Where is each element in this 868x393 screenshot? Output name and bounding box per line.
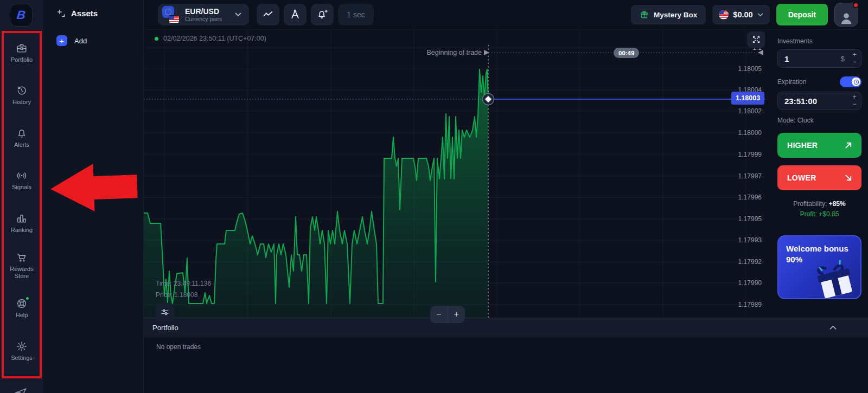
zoom-controls: − + xyxy=(430,306,465,323)
sidebar-item-rewards-store[interactable]: Rewards Store xyxy=(0,252,43,280)
price-tick: 1.18002 xyxy=(738,107,762,115)
price-tick: 1.17997 xyxy=(738,172,762,180)
notification-dot xyxy=(853,2,859,8)
chart-datetime: 02/02/2026 23:50:11 (UTC+07:00) xyxy=(163,35,266,42)
countdown-badge: 00:49 xyxy=(614,48,639,58)
app-logo-letter: B xyxy=(16,8,27,22)
balance-selector[interactable]: $0.00 xyxy=(712,5,769,24)
investment-value: 1 xyxy=(778,54,841,63)
investment-stepper: + − xyxy=(848,51,861,66)
profitability-value: +85% xyxy=(829,200,846,208)
decrease-expiration-button[interactable]: − xyxy=(848,101,861,108)
sidebar-item-portfolio[interactable]: Portfolio xyxy=(0,42,43,63)
us-flag-icon xyxy=(719,10,729,20)
plus-icon: + xyxy=(56,35,67,46)
lower-button[interactable]: LOWER xyxy=(777,165,861,190)
zoom-out-button[interactable]: − xyxy=(430,306,448,323)
trade-panel: Investments 1 $ + − Expiration xyxy=(765,30,868,347)
app-logo[interactable]: B xyxy=(10,4,33,27)
profitability-row: Profitability: +85% xyxy=(777,200,861,208)
bonus-title: Welcome bonus xyxy=(786,243,853,254)
deposit-button[interactable]: Deposit xyxy=(776,4,828,25)
play-marker-icon xyxy=(484,50,489,55)
welcome-bonus-banner[interactable]: Welcome bonus 90% xyxy=(777,235,861,299)
price-tick: 1.17995 xyxy=(738,215,762,223)
expiration-label: Expiration xyxy=(777,78,806,86)
gift-box-illustration xyxy=(814,260,861,299)
compass-tool-icon xyxy=(289,9,301,21)
portfolio-bar[interactable]: Portfolio xyxy=(144,318,868,337)
add-asset-button[interactable]: + Add xyxy=(56,35,143,46)
price-chart: 1.11.180051.180041.180021.180001.179991.… xyxy=(144,30,765,347)
sidebar-item-help[interactable]: Help xyxy=(0,298,43,319)
balance-amount: $0.00 xyxy=(733,10,752,19)
gear-icon xyxy=(16,340,28,352)
chevron-down-icon xyxy=(235,12,241,17)
bell-plus-icon xyxy=(316,9,328,21)
chart-canvas[interactable]: 1.11.180051.180041.180021.180001.179991.… xyxy=(144,30,765,347)
pair-flags-icon xyxy=(162,6,180,23)
price-tick: 1.18005 xyxy=(738,65,762,73)
sidebar-item-settings[interactable]: Settings xyxy=(0,340,43,362)
mode-text: Mode: Clock xyxy=(777,117,861,124)
currency-pair-selector[interactable]: EUR/USD Currency pairs xyxy=(158,4,249,25)
sidebar-item-signals[interactable]: Signals xyxy=(0,170,43,191)
trade-start-label: Beginning of trade xyxy=(391,49,482,56)
main-area: EUR/USD Currency pairs xyxy=(144,0,868,393)
portfolio-title: Portfolio xyxy=(152,324,178,332)
chart-settings-button[interactable] xyxy=(156,303,174,321)
investments-label: Investments xyxy=(777,37,861,45)
market-open-dot xyxy=(155,37,158,41)
current-price-badge: 1.18003 xyxy=(731,92,764,105)
sidebar-item-history[interactable]: History xyxy=(0,85,43,106)
price-tick: 1.17996 xyxy=(738,194,762,201)
arrow-up-right-icon xyxy=(844,141,853,150)
investment-input[interactable]: 1 $ + − xyxy=(777,49,861,68)
interval-selector[interactable]: 1 sec xyxy=(338,4,373,25)
price-tick: 1.17993 xyxy=(738,236,762,244)
expiration-input[interactable]: 23:51:00 + − xyxy=(777,92,861,110)
profile-avatar[interactable] xyxy=(834,3,858,27)
person-icon xyxy=(838,10,854,26)
toggle-knob xyxy=(852,78,860,86)
ranking-icon xyxy=(16,212,28,224)
pair-category: Currency pairs xyxy=(185,16,222,22)
assets-panel: Assets + Add xyxy=(43,0,144,393)
expiration-mode-toggle[interactable] xyxy=(840,76,861,87)
signal-icon xyxy=(16,170,28,182)
bell-icon xyxy=(16,127,28,139)
mystery-box-button[interactable]: Mystery Box xyxy=(631,5,706,24)
sidebar-item-ranking[interactable]: Ranking xyxy=(0,212,43,234)
decrease-investment-button[interactable]: − xyxy=(848,59,861,66)
higher-button[interactable]: HIGHER xyxy=(777,133,861,158)
drawing-tools-button[interactable] xyxy=(284,4,307,25)
sidebar-item-alerts[interactable]: Alerts xyxy=(0,127,43,149)
chevron-down-icon xyxy=(757,13,763,17)
price-tick: 1.17992 xyxy=(738,258,762,266)
cart-icon xyxy=(16,252,28,263)
expiration-stepper: + − xyxy=(848,94,861,108)
chevron-up-icon[interactable] xyxy=(829,325,837,330)
line-chart-icon xyxy=(262,9,274,21)
zoom-in-button[interactable]: + xyxy=(448,306,465,323)
price-tick: 1.17999 xyxy=(738,151,762,158)
pair-symbol: EUR/USD xyxy=(185,7,222,16)
gift-icon xyxy=(640,10,649,20)
price-tick: 1.17990 xyxy=(738,279,762,287)
chart-type-button[interactable] xyxy=(257,4,279,25)
expand-icon xyxy=(751,35,761,44)
profit-row: Profit: +$0.85 xyxy=(777,210,861,218)
clock-icon xyxy=(853,79,859,85)
fullscreen-button[interactable] xyxy=(747,31,765,48)
send-icon xyxy=(14,386,28,393)
topbar: EUR/USD Currency pairs xyxy=(144,0,868,30)
price-alert-button[interactable] xyxy=(311,4,334,25)
profit-value: +$0.85 xyxy=(819,210,839,218)
no-open-trades-text: No open trades xyxy=(156,343,201,351)
crosshair-time: Time: 23:49:11.136 xyxy=(156,278,211,289)
assets-icon xyxy=(56,9,66,18)
history-icon xyxy=(16,85,28,96)
expiration-value: 23:51:00 xyxy=(778,96,848,106)
crosshair-price: Price: 1.18008 xyxy=(156,289,211,301)
portfolio-content: No open trades xyxy=(144,337,868,393)
